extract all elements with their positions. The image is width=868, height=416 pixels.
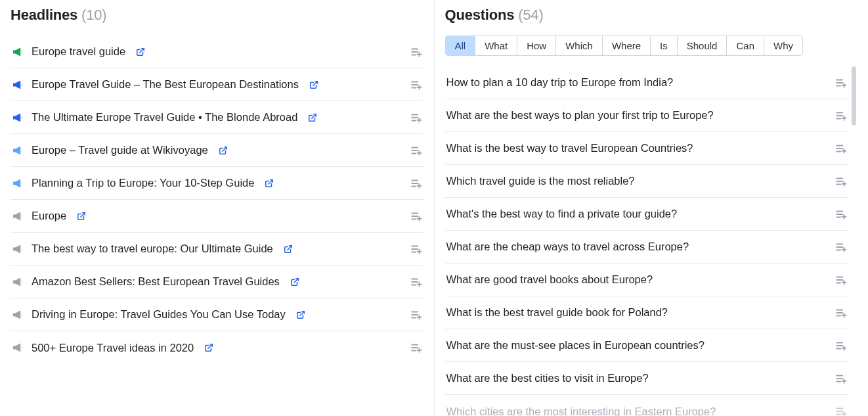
add-to-list-icon[interactable] [835,176,847,187]
question-row: What are the cheap ways to travel across… [445,231,849,264]
add-to-list-icon[interactable] [410,310,422,320]
filter-tab-how[interactable]: How [517,36,556,55]
add-to-list-icon[interactable] [410,145,422,156]
questions-title: Questions (54) [445,7,858,24]
filter-tab-all[interactable]: All [446,36,476,55]
add-to-list-icon[interactable] [410,342,422,353]
question-text[interactable]: What are the must-see places in European… [446,339,829,352]
question-text[interactable]: What are the cheap ways to travel across… [446,241,829,253]
headline-text[interactable]: 500+ Europe Travel ideas in 2020 [32,342,194,354]
scrollbar-thumb[interactable] [852,66,856,126]
svg-line-18 [223,147,227,150]
question-text[interactable]: How to plan a 10 day trip to Europe from… [446,76,829,89]
question-text[interactable]: What are good travel books about Europe? [446,273,829,286]
headlines-list: Europe travel guideEurope Travel Guide –… [11,35,423,364]
headline-text[interactable]: Europe [32,210,66,222]
headline-text[interactable]: The Ultimate Europe Travel Guide • The B… [32,111,297,124]
headline-row: The Ultimate Europe Travel Guide • The B… [11,101,423,134]
svg-line-54 [208,344,212,348]
external-link-icon[interactable] [265,179,274,188]
headline-row: Europe travel guide [11,35,423,68]
external-link-icon[interactable] [290,277,299,287]
megaphone-icon [12,276,25,288]
question-text[interactable]: What's the best way to find a private to… [446,208,829,220]
svg-line-42 [294,278,298,282]
filter-tab-which[interactable]: Which [556,36,603,55]
question-row: Which cities are the most interesting in… [445,395,849,416]
external-link-icon[interactable] [296,310,305,319]
question-row: What are the must-see places in European… [445,329,849,362]
external-link-icon[interactable] [219,146,228,155]
filter-tab-should[interactable]: Should [678,36,727,55]
megaphone-icon [12,342,25,354]
questions-filter-tabs: AllWhatHowWhichWhereIsShouldCanWhy [445,35,804,56]
filter-tab-what[interactable]: What [475,36,517,55]
megaphone-icon [12,79,25,91]
add-to-list-icon[interactable] [835,242,847,252]
external-link-icon[interactable] [77,212,86,221]
add-to-list-icon[interactable] [835,373,847,384]
add-to-list-icon[interactable] [835,340,847,351]
question-row: How to plan a 10 day trip to Europe from… [445,66,849,99]
add-to-list-icon[interactable] [410,277,422,287]
question-row: What are the best cities to visit in Eur… [445,362,849,395]
question-row: Which travel guide is the most reliable? [445,165,849,198]
question-text[interactable]: What is the best travel guide book for P… [446,306,829,319]
megaphone-icon [12,243,25,255]
add-to-list-icon[interactable] [410,178,422,189]
svg-line-6 [313,81,317,85]
question-text[interactable]: Which cities are the most interesting in… [446,405,829,417]
add-to-list-icon[interactable] [835,406,847,416]
headlines-panel: Headlines (10) Europe travel guideEurope… [0,0,435,416]
question-text[interactable]: What are the best cities to visit in Eur… [446,372,829,384]
external-link-icon[interactable] [308,113,317,122]
filter-tab-can[interactable]: Can [727,36,764,55]
megaphone-icon [12,309,25,321]
svg-line-24 [269,179,272,183]
question-text[interactable]: What is the best way to travel European … [446,142,829,154]
external-link-icon[interactable] [284,244,293,254]
headline-text[interactable]: Europe Travel Guide – The Best European … [32,78,299,91]
add-to-list-icon[interactable] [835,110,847,121]
filter-tab-where[interactable]: Where [603,36,651,55]
add-to-list-icon[interactable] [835,308,847,318]
question-row: What are good travel books about Europe? [445,264,849,296]
question-row: What is the best travel guide book for P… [445,296,849,329]
headline-text[interactable]: Amazon Best Sellers: Best European Trave… [32,275,280,288]
filter-tab-why[interactable]: Why [764,36,802,55]
headline-text[interactable]: The best way to travel europe: Our Ultim… [32,243,273,255]
question-text[interactable]: Which travel guide is the most reliable? [446,175,829,187]
headline-text[interactable]: Planning a Trip to Europe: Your 10-Step … [32,177,254,189]
headline-row: The best way to travel europe: Our Ultim… [11,233,423,266]
svg-line-0 [140,48,144,52]
headline-row: Europe Travel Guide – The Best European … [11,68,423,101]
add-to-list-icon[interactable] [835,143,847,154]
svg-line-12 [312,114,316,118]
questions-title-label: Questions [445,7,515,23]
headline-text[interactable]: Driving in Europe: Travel Guides You Can… [32,308,286,321]
add-to-list-icon[interactable] [410,112,422,123]
add-to-list-icon[interactable] [410,47,422,57]
headline-row: Amazon Best Sellers: Best European Trave… [11,266,423,298]
question-row: What are the best ways to plan your firs… [445,99,849,132]
question-text[interactable]: What are the best ways to plan your firs… [446,109,829,122]
megaphone-icon [12,210,25,222]
headline-row: 500+ Europe Travel ideas in 2020 [11,331,423,364]
external-link-icon[interactable] [136,47,145,57]
external-link-icon[interactable] [204,343,213,352]
headline-row: Planning a Trip to Europe: Your 10-Step … [11,167,423,200]
add-to-list-icon[interactable] [410,244,422,254]
svg-line-30 [81,212,85,216]
add-to-list-icon[interactable] [410,211,422,221]
add-to-list-icon[interactable] [835,275,847,285]
filter-tab-is[interactable]: Is [651,36,678,55]
headline-text[interactable]: Europe – Travel guide at Wikivoyage [32,144,208,156]
questions-list: How to plan a 10 day trip to Europe from… [445,66,849,416]
add-to-list-icon[interactable] [835,78,847,88]
add-to-list-icon[interactable] [410,80,422,90]
headlines-title-label: Headlines [11,7,77,23]
headline-text[interactable]: Europe travel guide [32,45,125,58]
add-to-list-icon[interactable] [835,209,847,220]
megaphone-icon [12,46,25,58]
external-link-icon[interactable] [309,80,318,89]
